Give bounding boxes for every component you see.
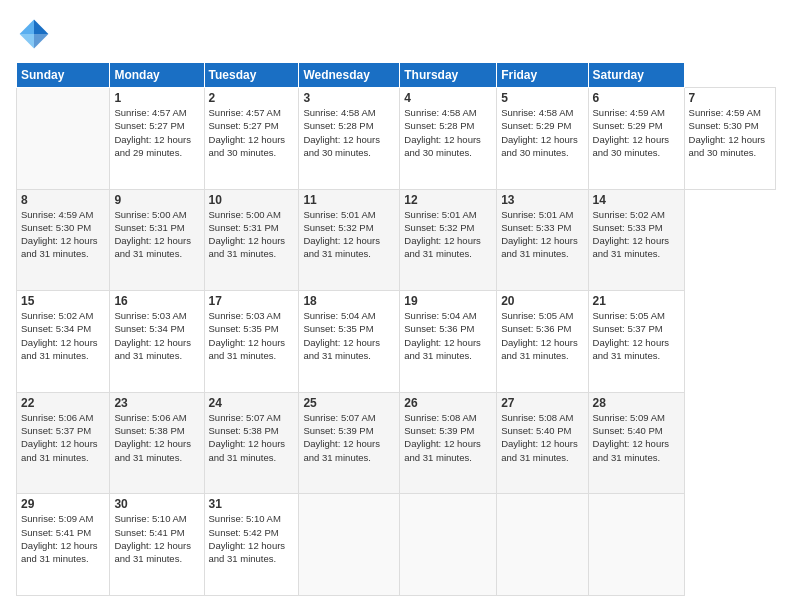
week-row: 8Sunrise: 4:59 AMSunset: 5:30 PMDaylight… — [17, 189, 776, 291]
day-info: Sunrise: 5:08 AMSunset: 5:40 PMDaylight:… — [501, 411, 583, 464]
day-info: Sunrise: 5:06 AMSunset: 5:37 PMDaylight:… — [21, 411, 105, 464]
day-cell: 11Sunrise: 5:01 AMSunset: 5:32 PMDayligh… — [299, 189, 400, 291]
day-info: Sunrise: 5:01 AMSunset: 5:32 PMDaylight:… — [303, 208, 395, 261]
week-row: 1Sunrise: 4:57 AMSunset: 5:27 PMDaylight… — [17, 88, 776, 190]
day-info: Sunrise: 5:10 AMSunset: 5:41 PMDaylight:… — [114, 512, 199, 565]
svg-marker-2 — [20, 34, 34, 48]
day-info: Sunrise: 5:09 AMSunset: 5:41 PMDaylight:… — [21, 512, 105, 565]
day-info: Sunrise: 5:05 AMSunset: 5:36 PMDaylight:… — [501, 309, 583, 362]
day-info: Sunrise: 5:02 AMSunset: 5:33 PMDaylight:… — [593, 208, 680, 261]
day-cell: 16Sunrise: 5:03 AMSunset: 5:34 PMDayligh… — [110, 291, 204, 393]
svg-marker-1 — [20, 20, 34, 34]
day-info: Sunrise: 4:58 AMSunset: 5:28 PMDaylight:… — [303, 106, 395, 159]
day-info: Sunrise: 5:03 AMSunset: 5:35 PMDaylight:… — [209, 309, 295, 362]
day-info: Sunrise: 4:58 AMSunset: 5:28 PMDaylight:… — [404, 106, 492, 159]
day-info: Sunrise: 5:07 AMSunset: 5:38 PMDaylight:… — [209, 411, 295, 464]
calendar-table: SundayMondayTuesdayWednesdayThursdayFrid… — [16, 62, 776, 596]
empty-cell — [400, 494, 497, 596]
day-info: Sunrise: 5:01 AMSunset: 5:32 PMDaylight:… — [404, 208, 492, 261]
day-cell: 5Sunrise: 4:58 AMSunset: 5:29 PMDaylight… — [497, 88, 588, 190]
day-cell: 24Sunrise: 5:07 AMSunset: 5:38 PMDayligh… — [204, 392, 299, 494]
day-number: 25 — [303, 396, 395, 410]
day-number: 16 — [114, 294, 199, 308]
day-info: Sunrise: 4:59 AMSunset: 5:30 PMDaylight:… — [689, 106, 771, 159]
day-cell: 19Sunrise: 5:04 AMSunset: 5:36 PMDayligh… — [400, 291, 497, 393]
day-cell: 15Sunrise: 5:02 AMSunset: 5:34 PMDayligh… — [17, 291, 110, 393]
svg-marker-0 — [34, 20, 48, 34]
day-info: Sunrise: 4:57 AMSunset: 5:27 PMDaylight:… — [114, 106, 199, 159]
col-header-wednesday: Wednesday — [299, 63, 400, 88]
day-cell: 8Sunrise: 4:59 AMSunset: 5:30 PMDaylight… — [17, 189, 110, 291]
day-number: 12 — [404, 193, 492, 207]
day-number: 7 — [689, 91, 771, 105]
header-row: SundayMondayTuesdayWednesdayThursdayFrid… — [17, 63, 776, 88]
day-cell: 30Sunrise: 5:10 AMSunset: 5:41 PMDayligh… — [110, 494, 204, 596]
day-info: Sunrise: 5:03 AMSunset: 5:34 PMDaylight:… — [114, 309, 199, 362]
week-row: 29Sunrise: 5:09 AMSunset: 5:41 PMDayligh… — [17, 494, 776, 596]
day-number: 3 — [303, 91, 395, 105]
day-number: 8 — [21, 193, 105, 207]
day-number: 2 — [209, 91, 295, 105]
day-cell: 10Sunrise: 5:00 AMSunset: 5:31 PMDayligh… — [204, 189, 299, 291]
day-number: 27 — [501, 396, 583, 410]
day-info: Sunrise: 5:02 AMSunset: 5:34 PMDaylight:… — [21, 309, 105, 362]
day-number: 14 — [593, 193, 680, 207]
col-header-saturday: Saturday — [588, 63, 684, 88]
day-info: Sunrise: 5:10 AMSunset: 5:42 PMDaylight:… — [209, 512, 295, 565]
day-info: Sunrise: 5:09 AMSunset: 5:40 PMDaylight:… — [593, 411, 680, 464]
day-info: Sunrise: 4:59 AMSunset: 5:29 PMDaylight:… — [593, 106, 680, 159]
day-cell: 1Sunrise: 4:57 AMSunset: 5:27 PMDaylight… — [110, 88, 204, 190]
day-info: Sunrise: 5:00 AMSunset: 5:31 PMDaylight:… — [114, 208, 199, 261]
day-number: 15 — [21, 294, 105, 308]
day-number: 5 — [501, 91, 583, 105]
svg-marker-3 — [34, 34, 48, 48]
logo — [16, 16, 56, 52]
day-number: 21 — [593, 294, 680, 308]
day-info: Sunrise: 5:04 AMSunset: 5:36 PMDaylight:… — [404, 309, 492, 362]
day-cell: 14Sunrise: 5:02 AMSunset: 5:33 PMDayligh… — [588, 189, 684, 291]
week-row: 15Sunrise: 5:02 AMSunset: 5:34 PMDayligh… — [17, 291, 776, 393]
day-number: 28 — [593, 396, 680, 410]
day-cell: 6Sunrise: 4:59 AMSunset: 5:29 PMDaylight… — [588, 88, 684, 190]
page: SundayMondayTuesdayWednesdayThursdayFrid… — [0, 0, 792, 612]
empty-cell — [497, 494, 588, 596]
empty-cell — [299, 494, 400, 596]
day-cell: 13Sunrise: 5:01 AMSunset: 5:33 PMDayligh… — [497, 189, 588, 291]
logo-icon — [16, 16, 52, 52]
empty-cell — [588, 494, 684, 596]
day-number: 10 — [209, 193, 295, 207]
day-cell: 20Sunrise: 5:05 AMSunset: 5:36 PMDayligh… — [497, 291, 588, 393]
day-number: 22 — [21, 396, 105, 410]
day-cell: 17Sunrise: 5:03 AMSunset: 5:35 PMDayligh… — [204, 291, 299, 393]
day-number: 1 — [114, 91, 199, 105]
empty-cell — [17, 88, 110, 190]
col-header-sunday: Sunday — [17, 63, 110, 88]
day-cell: 23Sunrise: 5:06 AMSunset: 5:38 PMDayligh… — [110, 392, 204, 494]
day-cell: 3Sunrise: 4:58 AMSunset: 5:28 PMDaylight… — [299, 88, 400, 190]
day-info: Sunrise: 5:01 AMSunset: 5:33 PMDaylight:… — [501, 208, 583, 261]
day-info: Sunrise: 5:05 AMSunset: 5:37 PMDaylight:… — [593, 309, 680, 362]
day-info: Sunrise: 4:57 AMSunset: 5:27 PMDaylight:… — [209, 106, 295, 159]
day-cell: 29Sunrise: 5:09 AMSunset: 5:41 PMDayligh… — [17, 494, 110, 596]
day-cell: 31Sunrise: 5:10 AMSunset: 5:42 PMDayligh… — [204, 494, 299, 596]
day-cell: 26Sunrise: 5:08 AMSunset: 5:39 PMDayligh… — [400, 392, 497, 494]
day-number: 23 — [114, 396, 199, 410]
day-info: Sunrise: 5:00 AMSunset: 5:31 PMDaylight:… — [209, 208, 295, 261]
calendar: SundayMondayTuesdayWednesdayThursdayFrid… — [16, 62, 776, 596]
day-cell: 12Sunrise: 5:01 AMSunset: 5:32 PMDayligh… — [400, 189, 497, 291]
day-number: 6 — [593, 91, 680, 105]
day-cell: 27Sunrise: 5:08 AMSunset: 5:40 PMDayligh… — [497, 392, 588, 494]
day-number: 26 — [404, 396, 492, 410]
day-info: Sunrise: 5:07 AMSunset: 5:39 PMDaylight:… — [303, 411, 395, 464]
day-info: Sunrise: 4:59 AMSunset: 5:30 PMDaylight:… — [21, 208, 105, 261]
day-number: 18 — [303, 294, 395, 308]
day-info: Sunrise: 4:58 AMSunset: 5:29 PMDaylight:… — [501, 106, 583, 159]
day-number: 29 — [21, 497, 105, 511]
day-number: 11 — [303, 193, 395, 207]
day-info: Sunrise: 5:08 AMSunset: 5:39 PMDaylight:… — [404, 411, 492, 464]
day-cell: 18Sunrise: 5:04 AMSunset: 5:35 PMDayligh… — [299, 291, 400, 393]
day-cell: 28Sunrise: 5:09 AMSunset: 5:40 PMDayligh… — [588, 392, 684, 494]
col-header-tuesday: Tuesday — [204, 63, 299, 88]
day-cell: 25Sunrise: 5:07 AMSunset: 5:39 PMDayligh… — [299, 392, 400, 494]
col-header-thursday: Thursday — [400, 63, 497, 88]
